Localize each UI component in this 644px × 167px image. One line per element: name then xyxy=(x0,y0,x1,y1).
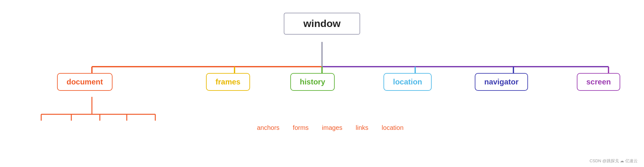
node-wrapper-history: history xyxy=(290,73,335,91)
doc-child-links: links xyxy=(352,122,371,133)
node-document-label: document xyxy=(67,77,103,86)
doc-child-location: location xyxy=(378,122,407,133)
node-screen-label: screen xyxy=(586,77,611,86)
node-history: history xyxy=(290,73,335,91)
node-location-label: location xyxy=(393,77,422,86)
node-frames: frames xyxy=(206,73,250,91)
node-wrapper-navigator: navigator xyxy=(475,73,528,91)
node-document: document xyxy=(57,73,113,91)
node-frames-label: frames xyxy=(216,77,241,86)
doc-child-anchors: anchors xyxy=(254,122,283,133)
node-location: location xyxy=(383,73,432,91)
node-wrapper-frames: frames xyxy=(206,73,250,91)
watermark: CSDN @跳探戈 ☁ 亿速云 xyxy=(589,158,638,164)
root-node: window xyxy=(284,13,360,35)
node-wrapper-location: location xyxy=(383,73,432,91)
node-wrapper-document: document xyxy=(57,73,113,91)
node-navigator-label: navigator xyxy=(484,77,518,86)
node-history-label: history xyxy=(300,77,325,86)
doc-child-images: images xyxy=(319,122,345,133)
doc-children-row: anchors forms images links location xyxy=(237,122,407,133)
doc-child-forms: forms xyxy=(290,122,312,133)
node-wrapper-screen: screen xyxy=(577,73,620,91)
node-screen: screen xyxy=(577,73,620,91)
watermark-text: CSDN @跳探戈 ☁ 亿速云 xyxy=(589,158,638,163)
diagram-container: window document frames history location xyxy=(0,0,644,167)
root-label: window xyxy=(303,18,340,29)
node-navigator: navigator xyxy=(475,73,528,91)
